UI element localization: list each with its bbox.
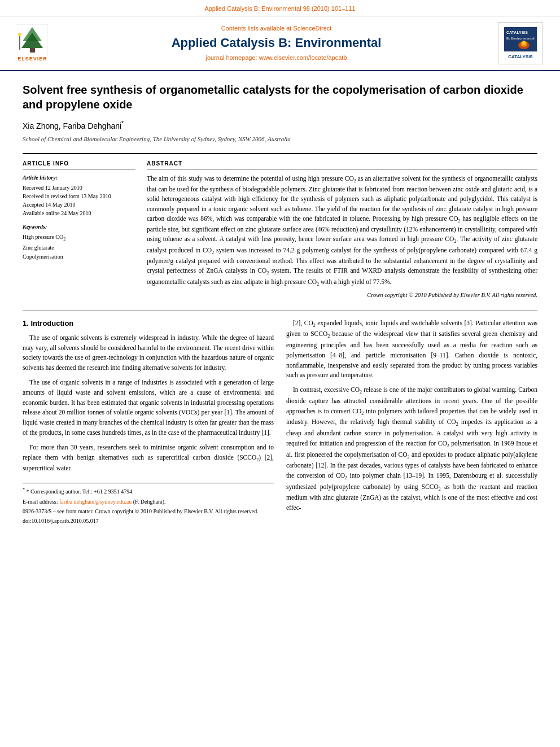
intro-heading: 1. Introduction <box>23 318 274 329</box>
amounts-text: amounts <box>23 389 45 396</box>
intro-left-col: 1. Introduction The use of organic solve… <box>23 318 274 526</box>
intro-para-2: The use of organic solvents in a range o… <box>23 378 274 438</box>
svg-rect-3 <box>30 48 35 53</box>
keyword-1: High pressure CO2 <box>23 233 135 243</box>
received-date: Received 12 January 2010 <box>23 184 135 192</box>
copyright-text: Crown copyright © 2010 Published by Else… <box>147 291 537 300</box>
footnote-doi: doi:10.1016/j.apcatb.2010.05.017 <box>23 517 274 525</box>
article-info-column: ARTICLE INFO Article history: Received 1… <box>23 160 135 300</box>
intro-para-1: The use of organic solvents is extremely… <box>23 333 274 373</box>
svg-point-5 <box>18 33 21 36</box>
catalysis-logo-img: CATALYSIS B: Environmental <box>504 27 537 52</box>
sciencedirect-line: Contents lists available at ScienceDirec… <box>55 24 498 33</box>
intro-title: Introduction <box>30 319 73 327</box>
citation-text: Applied Catalysis B: Environmental 98 (2… <box>204 5 355 12</box>
catalysis-label: CATALYSIS <box>508 54 532 60</box>
abstract-title: ABSTRACT <box>147 160 537 169</box>
journal-header: ELSEVIER Contents lists available at Sci… <box>0 16 560 71</box>
section-divider <box>23 310 537 311</box>
journal-logo: CATALYSIS B: Environmental CATALYSIS <box>498 22 543 64</box>
article-history: Article history: Received 12 January 201… <box>23 174 135 217</box>
elsevier-tree-icon <box>17 24 48 55</box>
article-body: Solvent free synthesis of organometallic… <box>0 71 560 537</box>
homepage-url[interactable]: www.elsevier.com/locate/apcatb <box>259 54 347 61</box>
keywords-label: Keywords: <box>23 223 135 231</box>
keyword-2: Zinc glutarate <box>23 243 135 252</box>
keywords-section: Keywords: High pressure CO2 Zinc glutara… <box>23 223 135 261</box>
accepted-date: Accepted 14 May 2010 <box>23 200 135 209</box>
intro-number: 1. <box>23 319 29 327</box>
elsevier-logo: ELSEVIER <box>17 24 48 63</box>
email-link[interactable]: fariba.dehghani@sydney.edu.au <box>59 499 132 505</box>
keyword-list: High pressure CO2 Zinc glutarate Copolym… <box>23 233 135 261</box>
footnote-corresponding: * * Corresponding author. Tel.: +61 2 93… <box>23 487 274 496</box>
intro-right-col: [2], CO2 expanded liquids, ionic liquids… <box>286 318 537 526</box>
svg-text:B: Environmental: B: Environmental <box>506 37 535 40</box>
article-info-abstract: ARTICLE INFO Article history: Received 1… <box>23 153 537 300</box>
available-date: Available online 24 May 2010 <box>23 209 135 217</box>
footnote-area: * * Corresponding author. Tel.: +61 2 93… <box>23 483 274 525</box>
sciencedirect-link[interactable]: ScienceDirect <box>293 25 331 32</box>
main-content: 1. Introduction The use of organic solve… <box>23 318 537 526</box>
journal-title: Applied Catalysis B: Environmental <box>55 34 498 52</box>
abstract-text: The aim of this study was to determine t… <box>147 174 537 288</box>
citation-bar: Applied Catalysis B: Environmental 98 (2… <box>0 0 560 16</box>
journal-homepage: journal homepage: www.elsevier.com/locat… <box>55 54 498 62</box>
svg-point-11 <box>522 41 526 45</box>
right-para-1: [2], CO2 expanded liquids, ionic liquids… <box>286 318 537 381</box>
history-label: Article history: <box>23 174 135 182</box>
article-info-title: ARTICLE INFO <box>23 160 135 169</box>
journal-center: Contents lists available at ScienceDirec… <box>55 24 498 62</box>
keyword-3: Copolymerisation <box>23 252 135 261</box>
right-para-2: In contrast, excessive CO2 release is on… <box>286 385 537 513</box>
abstract-column: ABSTRACT The aim of this study was to de… <box>147 160 537 300</box>
svg-text:CATALYSIS: CATALYSIS <box>506 30 528 34</box>
intro-para-3: For more than 30 years, researchers seek… <box>23 443 274 474</box>
right-body-text: [2], CO2 expanded liquids, ionic liquids… <box>286 318 537 514</box>
footnote-issn: 0926-3373/$ – see front matter. Crown co… <box>23 507 274 516</box>
intro-body-text: The use of organic solvents is extremely… <box>23 333 274 474</box>
article-title: Solvent free synthesis of organometallic… <box>23 82 537 112</box>
received-revised-date: Received in revised form 13 May 2010 <box>23 192 135 200</box>
authors: Xia Zhong, Fariba Dehghani* <box>23 120 537 132</box>
authors-text: Xia Zhong, Fariba Dehghani* <box>23 121 124 130</box>
affiliation: School of Chemical and Biomolecular Engi… <box>23 135 537 143</box>
elsevier-section: ELSEVIER <box>17 24 55 63</box>
elsevier-label: ELSEVIER <box>18 55 47 63</box>
cat-logo-svg: CATALYSIS B: Environmental <box>504 27 537 51</box>
footnote-email: E-mail address: fariba.dehghani@sydney.e… <box>23 497 274 506</box>
abstract-paragraph: The aim of this study was to determine t… <box>147 174 537 288</box>
svg-rect-4 <box>19 36 20 50</box>
